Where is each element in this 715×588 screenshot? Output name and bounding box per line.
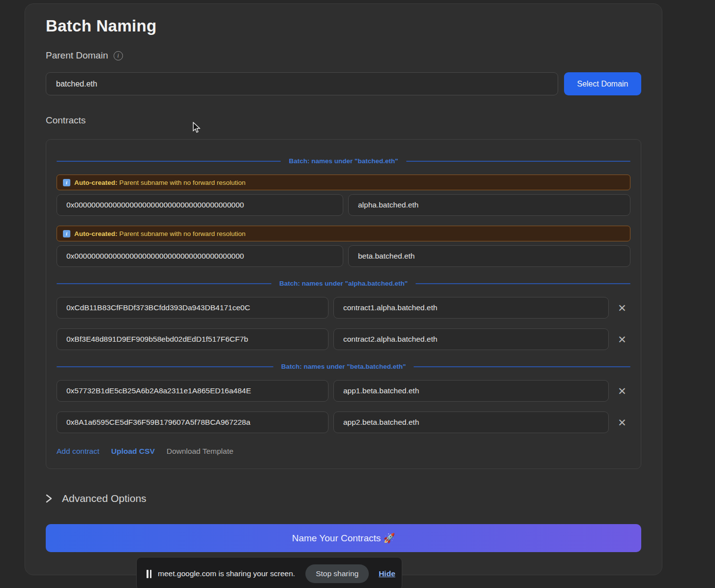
contract-name-input[interactable] <box>333 380 609 402</box>
contracts-label: Contracts <box>46 115 641 126</box>
download-template-link[interactable]: Download Template <box>167 447 234 456</box>
auto-created-warning: Auto-created: Parent subname with no for… <box>57 175 630 190</box>
upload-csv-link[interactable]: Upload CSV <box>111 447 155 456</box>
parent-domain-input[interactable] <box>46 72 558 95</box>
contract-name-input[interactable] <box>333 328 609 350</box>
contract-name-input[interactable] <box>348 194 630 216</box>
screen-share-banner: meet.google.com is sharing your screen. … <box>136 557 402 588</box>
divider-line <box>416 283 630 284</box>
contracts-actions-row: Add contract Upload CSV Download Templat… <box>57 447 630 456</box>
page-title: Batch Naming <box>46 17 641 35</box>
auto-created-warning: Auto-created: Parent subname with no for… <box>57 226 630 241</box>
advanced-options-label: Advanced Options <box>62 493 147 504</box>
contract-name-input[interactable] <box>333 412 609 433</box>
warning-label: Auto-created: <box>74 230 118 237</box>
advanced-options-toggle[interactable]: Advanced Options <box>46 493 641 504</box>
contract-address-input[interactable] <box>57 328 328 350</box>
info-icon <box>63 179 70 186</box>
divider-line <box>414 366 630 367</box>
batch-naming-card: Batch Naming Parent Domain Select Domain… <box>25 3 662 575</box>
parent-domain-row: Select Domain <box>46 72 641 95</box>
info-icon[interactable] <box>114 51 123 60</box>
warning-label: Auto-created: <box>74 179 118 186</box>
remove-row-button[interactable]: ✕ <box>614 415 630 430</box>
select-domain-button[interactable]: Select Domain <box>564 72 641 95</box>
stop-sharing-button[interactable]: Stop sharing <box>305 564 369 583</box>
add-contract-link[interactable]: Add contract <box>57 447 99 456</box>
divider-line <box>57 366 273 367</box>
batch-divider-label: Batch: names under "beta.batched.eth" <box>281 363 406 370</box>
parent-domain-label: Parent Domain <box>46 50 108 61</box>
batch-divider-label: Batch: names under "alpha.batched.eth" <box>279 280 408 287</box>
batch-divider: Batch: names under "batched.eth" <box>57 157 630 165</box>
contract-address-input[interactable] <box>57 194 343 216</box>
contract-name-input[interactable] <box>333 297 609 319</box>
warning-text: Parent subname with no forward resolutio… <box>119 179 246 186</box>
remove-row-button[interactable]: ✕ <box>614 384 630 398</box>
contract-row: ✕ <box>57 328 630 350</box>
pause-icon <box>147 570 151 578</box>
contract-row: ✕ <box>57 412 630 433</box>
batch-divider: Batch: names under "alpha.batched.eth" <box>57 280 630 287</box>
remove-row-button[interactable]: ✕ <box>614 332 630 347</box>
divider-line <box>57 161 281 162</box>
divider-line <box>57 283 271 284</box>
contract-address-input[interactable] <box>57 245 343 267</box>
parent-domain-label-row: Parent Domain <box>46 50 641 61</box>
name-your-contracts-button[interactable]: Name Your Contracts 🚀 <box>46 524 641 552</box>
share-message: meet.google.com is sharing your screen. <box>158 569 295 578</box>
batch-naming-page: { "header": { "title": "Batch Naming" },… <box>0 0 715 588</box>
batch-divider: Batch: names under "beta.batched.eth" <box>57 363 630 370</box>
info-icon <box>63 230 70 237</box>
contract-row: ✕ <box>57 297 630 319</box>
contract-address-input[interactable] <box>57 297 328 319</box>
remove-row-button[interactable]: ✕ <box>614 301 630 315</box>
batch-divider-label: Batch: names under "batched.eth" <box>289 157 398 165</box>
contract-name-input[interactable] <box>348 245 630 267</box>
contract-address-input[interactable] <box>57 412 328 433</box>
divider-line <box>406 161 630 162</box>
hide-banner-link[interactable]: Hide <box>379 569 395 578</box>
contract-row: ✕ <box>57 380 630 402</box>
chevron-right-icon <box>46 494 52 503</box>
contract-row <box>57 194 630 216</box>
contract-address-input[interactable] <box>57 380 328 402</box>
warning-text: Parent subname with no forward resolutio… <box>119 230 246 237</box>
contracts-container: Batch: names under "batched.eth" Auto-cr… <box>46 139 641 469</box>
contract-row <box>57 245 630 267</box>
